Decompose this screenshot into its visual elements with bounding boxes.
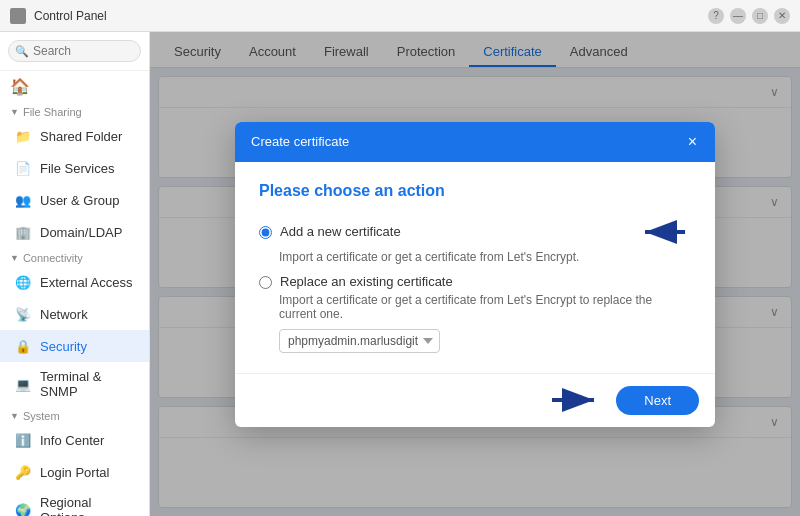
minimize-button[interactable]: — [730,8,746,24]
modal-close-button[interactable]: × [686,134,699,150]
sidebar-label-user-group: User & Group [40,193,119,208]
file-services-icon: 📄 [14,159,32,177]
caret-icon: ▼ [10,107,19,117]
title-bar: Control Panel ? — □ ✕ [0,0,800,32]
certificate-dropdown[interactable]: phpmyadmin.marlusdigit [279,329,440,353]
section-label-system: System [23,410,60,422]
sidebar-label-info-center: Info Center [40,433,104,448]
radio-add-new[interactable] [259,226,272,239]
app-icon [10,8,26,24]
radio-replace[interactable] [259,276,272,289]
sidebar-label-external-access: External Access [40,275,133,290]
sidebar-item-domain-ldap[interactable]: 🏢 Domain/LDAP [0,216,149,248]
sidebar-item-login-portal[interactable]: 🔑 Login Portal [0,456,149,488]
sidebar-item-network[interactable]: 📡 Network [0,298,149,330]
search-icon: 🔍 [15,45,29,58]
maximize-button[interactable]: □ [752,8,768,24]
sidebar-item-external-access[interactable]: 🌐 External Access [0,266,149,298]
replace-dropdown-container: phpmyadmin.marlusdigit [279,329,691,353]
caret-icon-system: ▼ [10,411,19,421]
main-content: Security Account Firewall Protection Cer… [150,32,800,516]
sidebar-item-security[interactable]: 🔒 Security [0,330,149,362]
caret-icon-connectivity: ▼ [10,253,19,263]
sidebar-label-regional-options: Regional Options [40,495,139,516]
sidebar-item-file-services[interactable]: 📄 File Services [0,152,149,184]
login-portal-icon: 🔑 [14,463,32,481]
option-add-new-label: Add a new certificate [280,224,401,239]
help-button[interactable]: ? [708,8,724,24]
sidebar-label-network: Network [40,307,88,322]
window-controls: ? — □ ✕ [708,8,790,24]
security-icon: 🔒 [14,337,32,355]
sidebar-section-connectivity: ▼ Connectivity [0,248,149,266]
modal-title: Create certificate [251,134,349,149]
external-access-icon: 🌐 [14,273,32,291]
sidebar: 🔍 🏠 ▼ File Sharing 📁 Shared Folder 📄 Fil… [0,32,150,516]
option-add-new: Add a new certificate [259,224,627,239]
sidebar-section-file-sharing: ▼ File Sharing [0,102,149,120]
sidebar-item-regional-options[interactable]: 🌍 Regional Options [0,488,149,516]
sidebar-label-shared-folder: Shared Folder [40,129,122,144]
modal-footer: Next [235,373,715,427]
sidebar-label-file-services: File Services [40,161,114,176]
sidebar-label-domain-ldap: Domain/LDAP [40,225,122,240]
sidebar-item-terminal-snmp[interactable]: 💻 Terminal & SNMP [0,362,149,406]
next-button[interactable]: Next [616,386,699,415]
arrow-left-icon [635,218,691,246]
create-certificate-modal: Create certificate × Please choose an ac… [235,122,715,427]
terminal-icon: 💻 [14,375,32,393]
domain-icon: 🏢 [14,223,32,241]
sidebar-item-info-center[interactable]: ℹ️ Info Center [0,424,149,456]
option-replace: Replace an existing certificate [259,274,691,289]
option-add-new-desc: Import a certificate or get a certificat… [279,250,691,264]
sidebar-section-system: ▼ System [0,406,149,424]
close-window-button[interactable]: ✕ [774,8,790,24]
modal-subtitle: Please choose an action [259,182,691,200]
sidebar-label-terminal-snmp: Terminal & SNMP [40,369,139,399]
option-replace-desc: Import a certificate or get a certificat… [279,293,691,321]
shared-folder-icon: 📁 [14,127,32,145]
network-icon: 📡 [14,305,32,323]
arrow-right-icon [548,386,604,414]
sidebar-home[interactable]: 🏠 [0,71,149,102]
sidebar-item-user-group[interactable]: 👥 User & Group [0,184,149,216]
modal-body: Please choose an action Add a new certif… [235,162,715,373]
sidebar-label-login-portal: Login Portal [40,465,109,480]
option-replace-section: Replace an existing certificate Import a… [259,274,691,353]
section-label: File Sharing [23,106,82,118]
sidebar-item-shared-folder[interactable]: 📁 Shared Folder [0,120,149,152]
modal-header: Create certificate × [235,122,715,162]
sidebar-search-area: 🔍 [0,32,149,71]
app-title: Control Panel [34,9,700,23]
section-label-connectivity: Connectivity [23,252,83,264]
info-icon: ℹ️ [14,431,32,449]
home-icon: 🏠 [10,77,30,96]
sidebar-label-security: Security [40,339,87,354]
app-container: 🔍 🏠 ▼ File Sharing 📁 Shared Folder 📄 Fil… [0,32,800,516]
option-replace-label: Replace an existing certificate [280,274,453,289]
modal-overlay: Create certificate × Please choose an ac… [150,32,800,516]
regional-options-icon: 🌍 [14,501,32,516]
user-group-icon: 👥 [14,191,32,209]
